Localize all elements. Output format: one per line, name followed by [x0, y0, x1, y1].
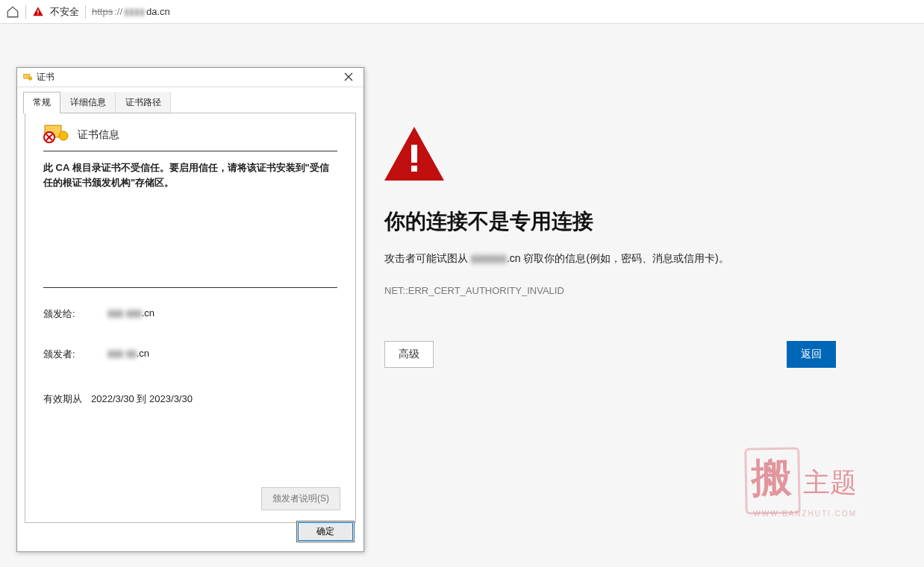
ssl-error-page: 你的连接不是专用连接 攻击者可能试图从 ▮▮▮▮▮▮.cn 窃取你的信息(例如，…	[384, 127, 847, 368]
error-description: 攻击者可能试图从 ▮▮▮▮▮▮.cn 窃取你的信息(例如，密码、消息或信用卡)。	[384, 252, 847, 266]
issued-to-suffix: .cn	[142, 307, 154, 319]
error-desc-pre: 攻击者可能试图从	[384, 252, 471, 264]
url-host-suffix: da.cn	[146, 6, 170, 17]
url-scheme: https	[92, 6, 113, 17]
url-host-blurred: ▮▮▮▮	[124, 6, 145, 17]
error-desc-domain-blurred: ▮▮▮▮▮▮	[471, 252, 507, 264]
certificate-error-icon	[43, 124, 70, 146]
validity-row: 有效期从 2022/3/30 到 2023/3/30	[43, 392, 337, 406]
tab-general[interactable]: 常规	[23, 92, 60, 113]
tab-pane-general: 证书信息 此 CA 根目录证书不受信任。要启用信任，请将该证书安装到"受信任的根…	[25, 113, 356, 523]
issuer-statement-button: 颁发者说明(S)	[261, 487, 340, 510]
svg-rect-0	[37, 10, 38, 13]
separator	[25, 5, 26, 19]
issued-by-blurred: ▮▮▮ ▮▮	[107, 348, 137, 359]
cert-warning-message: 此 CA 根目录证书不受信任。要启用信任，请将该证书安装到"受信任的根证书颁发机…	[43, 160, 337, 190]
error-desc-post: .cn 窃取你的信息(例如，密码、消息或信用卡)。	[507, 252, 729, 264]
url-sep: ://	[114, 6, 122, 17]
tab-details[interactable]: 详细信息	[60, 92, 116, 113]
dialog-title: 证书	[37, 71, 338, 84]
watermark-url: WWW.BANZHUTI.COM	[745, 510, 857, 518]
issued-to-blurred: ▮▮▮ ▮▮▮	[107, 307, 142, 319]
error-triangle-icon	[384, 127, 847, 181]
tab-cert-path[interactable]: 证书路径	[116, 92, 171, 113]
svg-rect-3	[411, 166, 417, 172]
validity-label: 有效期从	[43, 392, 91, 406]
issued-by-label: 颁发者:	[43, 348, 107, 361]
divider	[43, 287, 337, 288]
advanced-button[interactable]: 高级	[384, 341, 434, 368]
issued-by-row: 颁发者: ▮▮▮ ▮▮.cn	[43, 348, 337, 361]
valid-to: 2023/3/30	[149, 393, 193, 404]
url-text[interactable]: https :// ▮▮▮▮ da.cn	[92, 6, 170, 17]
home-icon[interactable]	[6, 5, 19, 19]
watermark-big: 搬	[752, 456, 794, 501]
valid-sep: 到	[137, 393, 149, 404]
svg-rect-1	[37, 13, 38, 14]
warning-triangle-icon[interactable]	[32, 6, 44, 18]
issued-to-row: 颁发给: ▮▮▮ ▮▮▮.cn	[43, 307, 337, 321]
cert-info-heading: 证书信息	[78, 128, 119, 142]
dialog-titlebar: 证书	[17, 68, 363, 87]
issued-to-label: 颁发给:	[43, 307, 107, 321]
security-label[interactable]: 不安全	[50, 5, 79, 19]
watermark-mid: 主题	[803, 468, 857, 498]
error-code: NET::ERR_CERT_AUTHORITY_INVALID	[384, 285, 847, 296]
tab-strip: 常规 详细信息 证书路径	[23, 92, 363, 113]
watermark: 搬 主题 WWW.BANZHUTI.COM	[745, 448, 857, 518]
issued-by-suffix: .cn	[137, 348, 149, 359]
address-bar: 不安全 https :// ▮▮▮▮ da.cn	[0, 0, 924, 24]
certificate-dialog: 证书 常规 详细信息 证书路径 证书信息 此 CA 根目录证书不受信任。要启用信…	[16, 67, 364, 552]
valid-from: 2022/3/30	[91, 393, 134, 404]
back-button[interactable]: 返回	[787, 341, 836, 368]
ok-button[interactable]: 确定	[296, 521, 355, 542]
separator	[85, 5, 86, 19]
close-icon[interactable]	[338, 72, 359, 84]
certificate-icon	[22, 72, 34, 84]
svg-rect-2	[411, 145, 417, 163]
svg-point-12	[59, 131, 68, 140]
svg-point-5	[28, 76, 32, 80]
error-title: 你的连接不是专用连接	[384, 207, 847, 236]
